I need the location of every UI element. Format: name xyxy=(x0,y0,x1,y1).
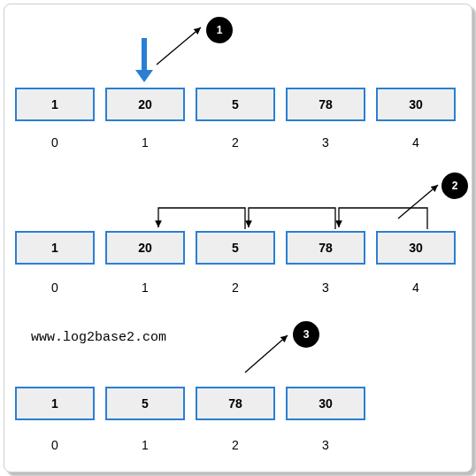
step-badge-1: 1 xyxy=(206,17,233,43)
indices-step-3: 0 1 2 3 xyxy=(15,438,365,452)
array-step-2: 1 20 5 78 30 xyxy=(15,231,457,265)
array-index: 1 xyxy=(105,135,185,150)
array-cell: 5 xyxy=(196,88,275,121)
indices-step-2: 0 1 2 3 4 xyxy=(15,280,456,295)
array-index: 3 xyxy=(286,135,365,150)
array-cell: 20 xyxy=(105,88,185,121)
blue-down-arrow-icon xyxy=(135,38,162,84)
array-index: 2 xyxy=(196,280,275,295)
cell-value: 5 xyxy=(142,396,149,411)
shift-arrows-step-2 xyxy=(15,203,466,233)
array-cell: 78 xyxy=(286,88,365,121)
cell-value: 1 xyxy=(51,396,58,411)
array-cell: 5 xyxy=(196,231,275,265)
array-cell: 78 xyxy=(286,231,365,265)
array-index: 0 xyxy=(15,280,95,295)
cell-value: 1 xyxy=(51,241,58,255)
badge-1-label: 1 xyxy=(217,24,223,36)
cell-value: 30 xyxy=(409,97,423,111)
array-cell: 1 xyxy=(15,88,95,121)
cell-value: 30 xyxy=(409,241,423,255)
array-cell: 1 xyxy=(15,387,95,420)
array-index: 4 xyxy=(376,135,456,150)
array-index: 3 xyxy=(286,438,365,452)
cell-value: 1 xyxy=(51,97,58,111)
array-step-1: 1 20 5 78 30 xyxy=(15,88,457,121)
array-index: 2 xyxy=(196,135,275,150)
array-index: 0 xyxy=(15,135,95,150)
array-index: 2 xyxy=(196,438,275,452)
array-index: 1 xyxy=(105,438,185,452)
array-cell: 20 xyxy=(105,231,185,265)
svg-line-4 xyxy=(245,335,288,372)
array-index: 4 xyxy=(376,280,456,295)
array-index: 1 xyxy=(105,280,185,295)
watermark-text: www.log2base2.com xyxy=(31,330,166,345)
array-cell: 5 xyxy=(105,387,185,420)
cell-value: 78 xyxy=(319,97,333,111)
cell-value: 78 xyxy=(319,241,333,255)
cell-value: 20 xyxy=(138,241,152,255)
array-cell: 78 xyxy=(196,387,275,420)
array-cell: 1 xyxy=(15,231,95,265)
array-index: 3 xyxy=(286,280,365,295)
array-cell: 30 xyxy=(376,231,456,265)
array-index: 0 xyxy=(15,438,95,452)
array-cell: 30 xyxy=(286,387,365,420)
badge-2-label: 2 xyxy=(452,180,458,192)
diagram-container: 1 1 20 5 78 30 0 1 2 3 4 2 xyxy=(4,4,472,472)
badge-3-label: 3 xyxy=(303,328,310,341)
cell-value: 30 xyxy=(319,396,333,411)
array-step-3: 1 5 78 30 xyxy=(15,387,365,420)
cell-value: 20 xyxy=(138,97,152,111)
svg-marker-2 xyxy=(135,70,153,82)
indices-step-1: 0 1 2 3 4 xyxy=(15,135,456,150)
array-cell: 30 xyxy=(376,88,456,121)
cell-value: 78 xyxy=(228,396,242,411)
badge-1-pointer xyxy=(157,22,210,66)
svg-line-0 xyxy=(157,27,201,65)
cell-value: 5 xyxy=(232,241,239,255)
cell-value: 5 xyxy=(232,97,239,111)
badge-3-pointer xyxy=(245,330,298,374)
